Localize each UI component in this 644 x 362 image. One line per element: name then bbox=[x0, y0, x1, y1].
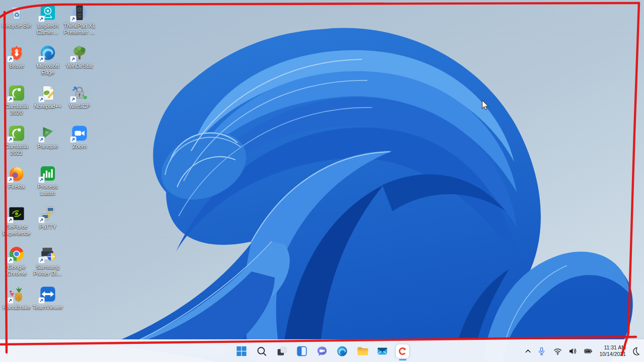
desktop-icon-notepad-plus-plus[interactable]: Notepad++ bbox=[31, 84, 64, 110]
desktop-icon-label: Process Lasso bbox=[30, 184, 66, 196]
desktop-icon-logitech-camera[interactable]: Logitech Camer… bbox=[31, 4, 64, 35]
taskbar-button-search[interactable] bbox=[253, 341, 271, 361]
task-view-icon bbox=[276, 345, 288, 357]
clock-time: 11:31 AM bbox=[604, 344, 626, 351]
logitech-camera-icon bbox=[39, 4, 56, 21]
desktop-icon-process-lasso[interactable]: Process Lasso bbox=[31, 165, 64, 196]
widgets-icon bbox=[296, 345, 308, 357]
desktop-icon-panopto[interactable]: Panopto bbox=[31, 125, 64, 150]
brave-icon bbox=[8, 44, 25, 61]
desktop-icon-label: PuTTY bbox=[30, 224, 66, 230]
desktop-icon-windirstat[interactable]: WinDirStat bbox=[63, 44, 96, 69]
shortcut-arrow-overlay bbox=[7, 96, 14, 103]
shortcut-arrow-overlay bbox=[70, 96, 76, 103]
tray-wifi-button[interactable] bbox=[551, 341, 565, 360]
winscp-icon bbox=[71, 84, 88, 102]
mail-icon bbox=[376, 345, 389, 357]
camtasia-icon bbox=[396, 344, 410, 358]
tray-right-icons bbox=[629, 341, 642, 360]
notepad-plus-plus-icon bbox=[39, 84, 56, 102]
shortcut-arrow-overlay bbox=[38, 217, 45, 223]
desktop-icon-label: Notepad++ bbox=[30, 103, 66, 110]
taskbar-button-start[interactable] bbox=[232, 341, 251, 361]
firefox-icon bbox=[8, 165, 25, 182]
shortcut-arrow-overlay bbox=[38, 176, 45, 183]
desktop-icon-recycle-bin[interactable]: ♻Recycle Bin bbox=[0, 4, 33, 29]
taskbar-button-file-explorer[interactable] bbox=[353, 341, 372, 361]
taskbar-button-widgets[interactable] bbox=[293, 341, 311, 361]
taskbar: 11:31 AM 10/14/2021 bbox=[0, 339, 644, 362]
desktop-icon-label: ThinkPad X1 Presenter … bbox=[61, 23, 98, 35]
shortcut-arrow-overlay bbox=[38, 257, 45, 263]
desktop-icon-google-chrome[interactable]: Google Chrome bbox=[0, 245, 33, 277]
desktop-icon-zoom[interactable]: Zoom bbox=[63, 125, 96, 150]
recycle-bin-icon: ♻ bbox=[8, 4, 25, 21]
file-explorer-icon bbox=[356, 345, 369, 357]
taskbar-clock[interactable]: 11:31 AM 10/14/2021 bbox=[597, 344, 629, 357]
taskbar-button-task-view[interactable] bbox=[273, 341, 291, 361]
desktop-icon-winscp[interactable]: WinSCP bbox=[63, 84, 96, 110]
windows-11-desktop: ♻Recycle BinLogitech Camer…ThinkPad X1 P… bbox=[0, 0, 644, 362]
desktop-icon-label: Samsung Printer Di… bbox=[30, 264, 66, 277]
tray-left-icons bbox=[521, 341, 548, 360]
shortcut-arrow-overlay bbox=[38, 56, 45, 62]
clock-date: 10/14/2021 bbox=[599, 351, 626, 357]
microsoft-edge-icon bbox=[39, 44, 56, 61]
handbrake-icon bbox=[8, 286, 25, 303]
shortcut-arrow-overlay bbox=[38, 136, 45, 143]
shortcut-arrow-overlay bbox=[7, 297, 14, 304]
taskbar-button-chat[interactable] bbox=[313, 341, 332, 361]
desktop-icon-teamviewer[interactable]: TeamViewer bbox=[31, 286, 64, 311]
desktop-icon-thinkpad-presenter[interactable]: ThinkPad X1 Presenter … bbox=[63, 4, 96, 35]
tray-chevron-up-button[interactable] bbox=[521, 341, 535, 360]
tray-microphone-button[interactable] bbox=[535, 341, 548, 360]
bloom-wallpaper-image bbox=[0, 0, 644, 362]
camtasia-2021-icon bbox=[8, 125, 25, 142]
process-lasso-icon bbox=[39, 165, 56, 182]
teamviewer-icon bbox=[39, 286, 56, 303]
shortcut-arrow-overlay bbox=[70, 56, 76, 62]
desktop-icon-camtasia-2021[interactable]: Camtasia 2021 bbox=[0, 125, 33, 156]
taskbar-button-mail[interactable] bbox=[373, 341, 392, 361]
tray-volume-button[interactable] bbox=[566, 341, 580, 360]
shortcut-arrow-overlay bbox=[70, 136, 76, 143]
microphone-icon bbox=[537, 346, 546, 356]
desktop-icon-label: Panopto bbox=[30, 143, 66, 150]
taskbar-button-camtasia[interactable] bbox=[393, 341, 412, 361]
shortcut-arrow-overlay bbox=[70, 16, 76, 22]
google-chrome-icon bbox=[8, 245, 25, 262]
shortcut-arrow-overlay bbox=[38, 96, 45, 103]
tray-moon-button[interactable] bbox=[629, 341, 642, 360]
moon-icon bbox=[631, 346, 640, 356]
camtasia-2020-icon bbox=[8, 84, 25, 102]
shortcut-arrow-overlay bbox=[7, 257, 14, 263]
desktop-icon-geforce-experience[interactable]: GeForce Experience bbox=[0, 205, 33, 236]
search-icon bbox=[256, 345, 268, 357]
zoom-icon bbox=[71, 125, 88, 142]
system-tray: 11:31 AM 10/14/2021 bbox=[521, 340, 642, 362]
desktop-icon-samsung-printer[interactable]: Samsung Printer Di… bbox=[31, 245, 64, 277]
windirstat-icon bbox=[71, 44, 88, 61]
shortcut-arrow-overlay bbox=[7, 56, 14, 62]
desktop-icon-label: TeamViewer bbox=[30, 304, 66, 311]
running-app-indicator bbox=[399, 359, 407, 360]
start-icon bbox=[235, 345, 248, 357]
desktop-icon-camtasia-2020[interactable]: Camtasia 2020 bbox=[0, 84, 33, 116]
shortcut-arrow-overlay bbox=[7, 136, 14, 143]
shortcut-arrow-overlay bbox=[7, 217, 14, 223]
tray-status-icons[interactable] bbox=[548, 341, 597, 360]
desktop-icon-brave[interactable]: Brave bbox=[0, 44, 33, 69]
desktop-icon-label: Zoom bbox=[61, 143, 98, 150]
volume-icon bbox=[568, 346, 578, 356]
desktop-icon-label: WinSCP bbox=[61, 103, 98, 110]
taskbar-button-edge[interactable] bbox=[333, 341, 352, 361]
chat-icon bbox=[316, 345, 329, 357]
tray-battery-charging-button[interactable] bbox=[581, 341, 595, 360]
desktop-icon-firefox[interactable]: Firefox bbox=[0, 165, 33, 190]
desktop-icon-microsoft-edge[interactable]: Microsoft Edge bbox=[31, 44, 64, 75]
desktop-icon-handbrake[interactable]: HandBrake bbox=[0, 286, 33, 311]
shortcut-arrow-overlay bbox=[38, 297, 45, 304]
shortcut-arrow-overlay bbox=[7, 176, 14, 183]
samsung-printer-icon bbox=[39, 245, 56, 262]
desktop-icon-putty[interactable]: PuTTY bbox=[31, 205, 64, 230]
